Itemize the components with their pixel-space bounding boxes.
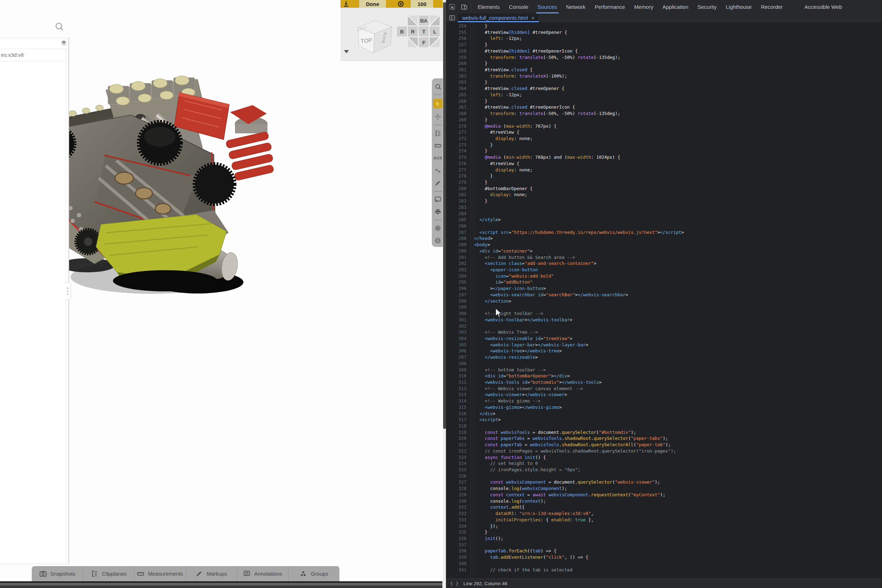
nav-corner-button[interactable]	[408, 15, 418, 26]
devtools-tab-application[interactable]: Application	[658, 0, 693, 14]
line-number[interactable]: 299	[446, 304, 466, 311]
line-number[interactable]: 311	[446, 380, 466, 386]
line-number[interactable]: 261	[446, 67, 466, 74]
line-number[interactable]: 321	[446, 442, 466, 448]
line-number[interactable]: 322	[446, 448, 466, 454]
line-number[interactable]: 314	[446, 398, 466, 405]
line-number[interactable]: 260	[446, 61, 466, 67]
bottom-tab-annotations[interactable]: Annotations	[237, 566, 289, 581]
page-scrollbar-thumb[interactable]	[443, 2, 446, 429]
line-number[interactable]: 256	[446, 36, 466, 42]
info-icon[interactable]	[434, 237, 442, 245]
bottom-tab-measurements[interactable]: Measurements	[134, 566, 186, 581]
navigator-toggle-icon[interactable]	[446, 14, 458, 22]
source-code-editor[interactable]: 254 }255 #treeView[hidden] #treeOpener {…	[446, 22, 882, 579]
nav-r-button[interactable]: R	[408, 27, 418, 36]
line-number[interactable]: 335	[446, 530, 466, 536]
close-icon[interactable]: ×	[531, 15, 534, 21]
tree-item-v8[interactable]: es:x3d:v8	[0, 49, 67, 62]
line-number[interactable]: 298	[446, 298, 466, 305]
line-number[interactable]: 313	[446, 392, 466, 398]
line-number[interactable]: 262	[446, 74, 466, 80]
eye-icon[interactable]	[397, 0, 404, 8]
select-arrow-icon[interactable]	[433, 99, 443, 108]
line-number[interactable]: 269	[446, 117, 466, 123]
ruler-icon[interactable]	[434, 141, 442, 150]
inspect-element-icon[interactable]	[446, 0, 458, 14]
line-number[interactable]: 275	[446, 154, 466, 161]
print-icon[interactable]	[434, 208, 442, 216]
line-number[interactable]: 297	[446, 292, 466, 298]
bottom-tab-markups[interactable]: Markups	[186, 566, 237, 581]
line-number[interactable]: 305	[446, 342, 466, 348]
line-number[interactable]: 276	[446, 161, 466, 167]
line-number[interactable]: 333	[446, 517, 466, 524]
move-icon[interactable]	[434, 113, 442, 121]
line-number[interactable]: 300	[446, 311, 466, 317]
bottom-tab-clipplanes[interactable]: Clipplanes	[83, 566, 135, 581]
line-number[interactable]: 282	[446, 198, 466, 205]
line-number[interactable]: 279	[446, 180, 466, 186]
line-number[interactable]: 337	[446, 542, 466, 549]
line-number[interactable]: 293	[446, 267, 466, 273]
line-number[interactable]: 268	[446, 111, 466, 117]
line-number[interactable]: 309	[446, 367, 466, 374]
line-number[interactable]: 286	[446, 223, 466, 230]
line-number[interactable]: 325	[446, 467, 466, 473]
line-number[interactable]: 320	[446, 436, 466, 442]
aux-icon[interactable]: AUX	[434, 154, 442, 162]
line-number[interactable]: 310	[446, 373, 466, 380]
line-number[interactable]: 292	[446, 261, 466, 267]
line-number[interactable]: 301	[446, 317, 466, 324]
clipplane-icon[interactable]	[434, 129, 442, 137]
nav-l-button[interactable]: L	[430, 27, 440, 36]
line-number[interactable]: 308	[446, 361, 466, 367]
caret-down-icon[interactable]	[344, 50, 349, 53]
line-number[interactable]: 306	[446, 348, 466, 354]
line-number[interactable]: 287	[446, 230, 466, 236]
pen-icon[interactable]	[434, 179, 442, 187]
devtools-tab-security[interactable]: Security	[693, 0, 721, 14]
layers-icon[interactable]	[60, 39, 68, 47]
line-number[interactable]: 283	[446, 205, 466, 211]
bottom-bar-opener[interactable]	[0, 583, 442, 585]
pretty-print-icon[interactable]: { }	[450, 581, 458, 586]
line-number[interactable]: 285	[446, 217, 466, 223]
line-number[interactable]: 323	[446, 454, 466, 461]
nav-t-button[interactable]: T	[419, 27, 429, 36]
devtools-tab-performance[interactable]: Performance	[590, 0, 630, 14]
line-number[interactable]: 295	[446, 279, 466, 286]
line-number[interactable]: 330	[446, 498, 466, 505]
devtools-tab-console[interactable]: Console	[504, 0, 533, 14]
line-number[interactable]: 259	[446, 55, 466, 61]
line-number[interactable]: 327	[446, 479, 466, 486]
nav-corner-button[interactable]	[430, 38, 440, 47]
line-number[interactable]: 319	[446, 430, 466, 436]
line-number[interactable]: 271	[446, 129, 466, 136]
converge-icon[interactable]	[434, 166, 442, 175]
line-number[interactable]: 307	[446, 354, 466, 361]
orientation-cube[interactable]: TOP BACK LEFT	[350, 14, 397, 56]
line-number[interactable]: 318	[446, 423, 466, 430]
settings-icon[interactable]	[434, 224, 442, 232]
line-number[interactable]: 294	[446, 273, 466, 280]
bottom-tab-snapshots[interactable]: Snapshots	[32, 566, 83, 581]
line-number[interactable]: 277	[446, 167, 466, 174]
line-number[interactable]: 263	[446, 80, 466, 86]
nav-corner-button[interactable]	[408, 38, 418, 47]
line-number[interactable]: 326	[446, 473, 466, 480]
line-number[interactable]: 258	[446, 48, 466, 55]
line-number[interactable]: 281	[446, 192, 466, 198]
tree-opener-handle[interactable]	[64, 282, 71, 300]
devtools-tab-elements[interactable]: Elements	[473, 0, 504, 14]
line-number[interactable]: 278	[446, 173, 466, 180]
devtools-tab-sources[interactable]: Sources	[533, 0, 562, 14]
line-number[interactable]: 254	[446, 23, 466, 30]
bottom-tab-groups[interactable]: Groups	[289, 566, 340, 581]
line-number[interactable]: 255	[446, 30, 466, 36]
device-toolbar-icon[interactable]	[458, 0, 470, 14]
line-number[interactable]: 289	[446, 242, 466, 248]
line-number[interactable]: 266	[446, 98, 466, 105]
line-number[interactable]: 290	[446, 248, 466, 255]
line-number[interactable]: 267	[446, 104, 466, 111]
